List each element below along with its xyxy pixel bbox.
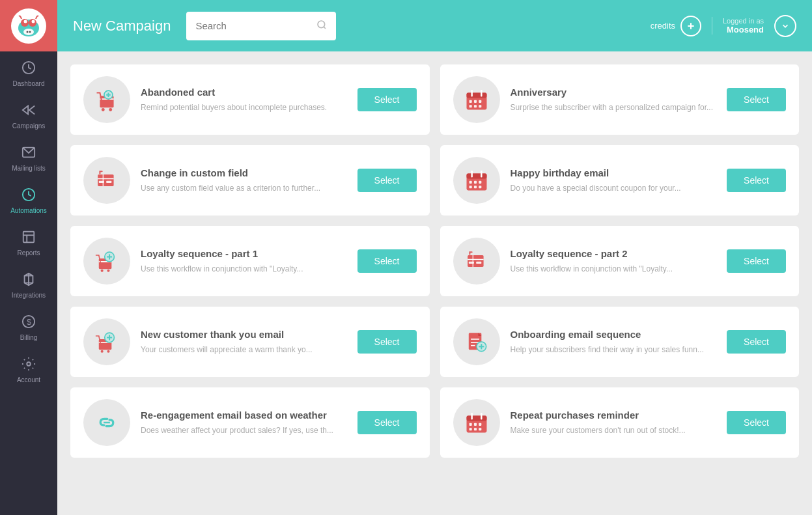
card-text-new-customer-thank: New customer thank you email Your custom… xyxy=(141,328,347,355)
add-credits-button[interactable] xyxy=(680,16,701,36)
select-button-happy-birthday[interactable]: Select xyxy=(727,169,786,192)
svg-rect-46 xyxy=(106,181,111,183)
username-label: Moosend xyxy=(727,25,764,35)
svg-point-28 xyxy=(102,108,105,111)
select-button-change-custom-field[interactable]: Select xyxy=(357,169,417,192)
card-icon-change-custom-field xyxy=(83,157,130,204)
svg-rect-41 xyxy=(473,105,476,107)
svg-rect-54 xyxy=(479,181,481,184)
mailing-lists-icon xyxy=(21,145,36,162)
card-new-customer-thank: New customer thank you email Your custom… xyxy=(70,307,430,377)
svg-point-6 xyxy=(29,31,31,33)
card-desc-new-customer-thank: Your customers will appreciate a warm th… xyxy=(141,344,347,355)
credits-label: credits xyxy=(651,21,675,31)
svg-point-70 xyxy=(101,350,104,353)
sidebar-item-automations[interactable]: Automations xyxy=(0,178,57,221)
dashboard-icon xyxy=(21,61,36,77)
card-repeat-purchases: Repeat purchases reminder Make sure your… xyxy=(440,387,800,458)
sidebar-item-mailing-lists-label: Mailing lists xyxy=(12,165,46,172)
select-button-loyalty-part1[interactable]: Select xyxy=(357,249,417,273)
svg-rect-13 xyxy=(23,232,35,243)
search-icon xyxy=(316,20,327,33)
svg-point-5 xyxy=(27,31,29,33)
card-desc-repeat-purchases: Make sure your customers don't run out o… xyxy=(511,425,717,436)
card-icon-reengagement-weather xyxy=(83,399,130,446)
select-button-onboarding-email[interactable]: Select xyxy=(727,330,786,354)
card-icon-happy-birthday xyxy=(453,157,500,204)
billing-icon: $ xyxy=(21,314,36,331)
page-title: New Campaign xyxy=(73,18,171,35)
card-change-custom-field: Change in custom field Use any custom fi… xyxy=(70,145,430,216)
card-title-change-custom-field: Change in custom field xyxy=(141,167,347,180)
sidebar-item-integrations[interactable]: Integrations xyxy=(0,263,57,305)
svg-point-7 xyxy=(24,20,27,23)
svg-rect-39 xyxy=(479,100,481,103)
sidebar: Dashboard Campaigns Mailing lists Automa… xyxy=(0,0,57,515)
select-button-abandoned-cart[interactable]: Select xyxy=(357,88,417,111)
reports-icon xyxy=(21,230,36,247)
card-text-change-custom-field: Change in custom field Use any custom fi… xyxy=(141,167,347,194)
sidebar-item-dashboard-label: Dashboard xyxy=(13,80,45,87)
card-onboarding-email: Onboarding email sequence Help your subs… xyxy=(440,307,800,377)
sidebar-logo[interactable] xyxy=(0,0,57,51)
select-button-reengagement-weather[interactable]: Select xyxy=(357,411,417,434)
svg-rect-42 xyxy=(479,105,481,107)
card-text-reengagement-weather: Re-engagement email based on weather Doe… xyxy=(141,409,347,436)
svg-rect-91 xyxy=(473,428,476,430)
logo-icon xyxy=(11,8,46,44)
card-loyalty-part1: Loyalty sequence - part 1 Use this workf… xyxy=(70,226,430,296)
search-input[interactable] xyxy=(195,20,316,31)
svg-point-59 xyxy=(101,270,104,272)
search-bar[interactable] xyxy=(186,12,336,40)
card-happy-birthday: Happy birthday email Do you have a speci… xyxy=(440,145,800,216)
select-button-anniversary[interactable]: Select xyxy=(727,88,786,111)
card-text-abandoned-cart: Abandoned cart Remind potential buyers a… xyxy=(141,86,347,113)
card-desc-anniversary: Surprise the subscriber with a personali… xyxy=(511,102,717,113)
select-button-repeat-purchases[interactable]: Select xyxy=(727,411,786,434)
sidebar-item-integrations-label: Integrations xyxy=(12,292,46,299)
card-desc-reengagement-weather: Does weather affect your product sales? … xyxy=(141,425,347,436)
svg-rect-84 xyxy=(466,415,486,421)
card-icon-loyalty-part2 xyxy=(453,238,500,285)
card-icon-repeat-purchases xyxy=(453,399,500,446)
card-text-onboarding-email: Onboarding email sequence Help your subs… xyxy=(511,328,717,355)
sidebar-item-billing[interactable]: $ Billing xyxy=(0,305,57,348)
sidebar-item-reports[interactable]: Reports xyxy=(0,221,57,263)
credits-area: credits xyxy=(651,16,701,36)
svg-rect-53 xyxy=(473,181,476,184)
svg-line-24 xyxy=(324,27,326,29)
select-button-loyalty-part2[interactable]: Select xyxy=(727,249,786,273)
sidebar-item-campaigns[interactable]: Campaigns xyxy=(0,94,57,136)
card-icon-abandoned-cart xyxy=(83,76,130,123)
card-text-loyalty-part1: Loyalty sequence - part 1 Use this workf… xyxy=(141,247,347,275)
svg-rect-38 xyxy=(473,100,476,103)
svg-rect-88 xyxy=(473,423,476,426)
card-icon-new-customer-thank xyxy=(83,318,130,365)
user-info: Logged in as Moosend xyxy=(712,17,764,35)
card-text-repeat-purchases: Repeat purchases reminder Make sure your… xyxy=(511,409,717,436)
sidebar-item-reports-label: Reports xyxy=(17,249,40,257)
user-dropdown-button[interactable] xyxy=(774,15,796,37)
sidebar-item-mailing-lists[interactable]: Mailing lists xyxy=(0,136,57,178)
card-loyalty-part2: Loyalty sequence - part 2 Use this workf… xyxy=(440,226,800,296)
svg-point-4 xyxy=(23,29,34,35)
card-desc-change-custom-field: Use any custom field value as a criterio… xyxy=(141,183,347,194)
card-icon-loyalty-part1 xyxy=(83,238,130,285)
sidebar-item-automations-label: Automations xyxy=(10,207,47,214)
card-title-loyalty-part1: Loyalty sequence - part 1 xyxy=(141,247,347,260)
svg-point-22 xyxy=(27,362,31,366)
select-button-new-customer-thank[interactable]: Select xyxy=(357,330,417,354)
sidebar-item-dashboard[interactable]: Dashboard xyxy=(0,51,57,94)
svg-text:$: $ xyxy=(27,318,31,327)
sidebar-item-account-label: Account xyxy=(17,376,40,383)
card-desc-abandoned-cart: Remind potential buyers about incomplete… xyxy=(141,102,347,113)
header-right: credits Logged in as Moosend xyxy=(651,15,796,37)
card-desc-loyalty-part2: Use this workflow in conjunction with "L… xyxy=(511,264,717,275)
sidebar-item-account[interactable]: Account xyxy=(0,348,57,390)
card-text-happy-birthday: Happy birthday email Do you have a speci… xyxy=(511,167,717,194)
svg-rect-49 xyxy=(466,173,486,178)
card-title-happy-birthday: Happy birthday email xyxy=(511,167,717,180)
automations-icon xyxy=(21,188,36,204)
card-title-abandoned-cart: Abandoned cart xyxy=(141,86,347,99)
card-title-new-customer-thank: New customer thank you email xyxy=(141,328,347,341)
